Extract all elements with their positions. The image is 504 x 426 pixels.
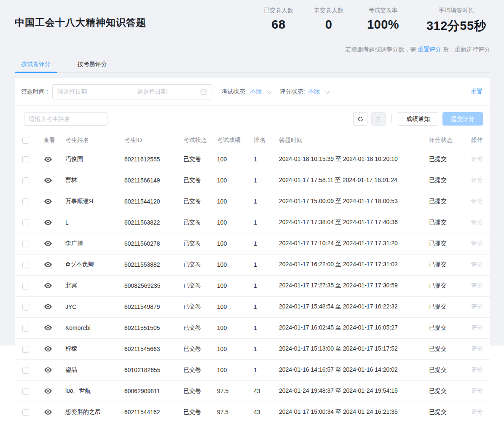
grade-action-link[interactable]: 评分 <box>471 282 483 289</box>
table-row: ✿ヅ不负卿 60211553882 已交卷 100 1 2024-01-17 1… <box>15 254 490 275</box>
reset-filters-button[interactable]: 重置 <box>471 88 483 96</box>
tab-grade-by-question[interactable]: 按考题评分 <box>71 59 113 73</box>
view-eye-icon[interactable] <box>43 407 53 417</box>
student-name: 冯俊国 <box>65 149 124 170</box>
answer-time: 2024-01-17 16:22:00 至 2024-01-17 17:31:0… <box>279 254 429 275</box>
answer-time: 2024-01-17 15:13:00 至 2024-01-17 15:17:5… <box>279 338 429 359</box>
toolbar-actions: 成绩通知 提交评分 <box>353 112 483 126</box>
grade-status: 已提交 <box>429 275 467 296</box>
grade-action-link[interactable]: 评分 <box>471 345 483 352</box>
rank: 1 <box>254 191 279 212</box>
stat-label: 平均填答时长 <box>423 7 490 14</box>
view-eye-icon[interactable] <box>43 197 53 206</box>
view-eye-icon[interactable] <box>43 365 53 375</box>
exam-score: 100 <box>217 275 254 296</box>
grade-action-link[interactable]: 评分 <box>471 240 483 246</box>
exam-score: 100 <box>217 338 254 359</box>
date-start-input[interactable]: 请选择日期 <box>58 88 121 96</box>
student-id: 60211549879 <box>124 296 183 317</box>
delete-button[interactable] <box>371 112 386 126</box>
grade-status-select[interactable]: 不限 <box>308 88 320 96</box>
student-id: 60211566149 <box>124 170 183 191</box>
exam-status: 已交卷 <box>183 338 217 359</box>
stat-value: 68 <box>261 18 296 32</box>
answer-time: 2024-01-24 19:48:37 至 2024-01-24 19:54:1… <box>279 380 429 402</box>
grade-status: 已提交 <box>429 359 467 380</box>
table-row: L 60211563822 已交卷 100 1 2024-01-17 17:38… <box>15 212 490 233</box>
answer-time: 2024-01-18 10:15:39 至 2024-01-18 10:20:1… <box>279 149 429 170</box>
grade-status: 已提交 <box>429 380 467 402</box>
row-checkbox[interactable] <box>22 198 29 205</box>
search-input[interactable] <box>29 115 105 122</box>
grade-status-label: 评分状态: <box>280 88 305 96</box>
grade-action-link[interactable]: 评分 <box>471 303 483 310</box>
student-id: 60211544162 <box>124 402 183 423</box>
grade-status: 已提交 <box>429 317 467 338</box>
date-end-input[interactable]: 请选择日期 <box>137 88 200 96</box>
row-checkbox[interactable] <box>22 156 29 163</box>
view-eye-icon[interactable] <box>43 344 53 354</box>
reset-score-link[interactable]: 重置评分 <box>418 46 441 53</box>
row-checkbox[interactable] <box>22 346 29 353</box>
row-checkbox[interactable] <box>22 367 29 374</box>
stat-submission-rate: 考试交卷率 100% <box>361 7 405 35</box>
select-all-checkbox[interactable] <box>22 137 29 144</box>
grade-action-link[interactable]: 评分 <box>471 155 483 162</box>
grade-status: 已提交 <box>429 402 467 423</box>
date-range-picker[interactable]: 请选择日期 - 请选择日期 <box>52 84 212 99</box>
grade-action-link[interactable]: 评分 <box>471 219 483 225</box>
table-row: luo、世航 60062909811 已交卷 97.5 43 2024-01-2… <box>15 380 490 402</box>
exam-score: 100 <box>217 170 254 191</box>
grade-action-link[interactable]: 评分 <box>471 408 483 415</box>
view-eye-icon[interactable] <box>43 323 53 332</box>
col-exam-score: 考试成绩 <box>217 132 254 149</box>
view-eye-icon[interactable] <box>43 281 53 290</box>
grade-action-link[interactable]: 评分 <box>471 261 483 268</box>
student-id: 60062909811 <box>124 380 183 402</box>
rank: 1 <box>254 149 279 170</box>
view-eye-icon[interactable] <box>43 386 53 396</box>
table-header-row: 查看 考生姓名 考生ID 考试状态 考试成绩 排名 答题时间 评分状态 操作 <box>15 132 490 149</box>
view-eye-icon[interactable] <box>43 302 53 311</box>
tab-grade-by-paper[interactable]: 按试卷评分 <box>15 59 57 73</box>
rank: 1 <box>254 296 279 317</box>
stat-submitted-count: 已交卷人数 68 <box>261 7 296 35</box>
exam-status-filter: 考试状态: 不限 <box>222 88 271 96</box>
view-eye-icon[interactable] <box>43 176 53 185</box>
exam-status: 已交卷 <box>183 317 217 338</box>
row-checkbox[interactable] <box>22 304 29 311</box>
date-separator: - <box>121 88 137 95</box>
student-id: 60211563822 <box>124 212 183 233</box>
row-checkbox[interactable] <box>22 262 29 268</box>
grade-status: 已提交 <box>429 254 467 275</box>
view-eye-icon[interactable] <box>43 239 53 248</box>
grade-action-link[interactable]: 评分 <box>471 324 483 331</box>
grade-action-link[interactable]: 评分 <box>471 366 483 373</box>
col-rank: 排名 <box>254 132 279 149</box>
grade-action-link[interactable]: 评分 <box>471 198 483 204</box>
note-suffix: 后，重新进行评分 <box>441 46 490 53</box>
row-checkbox[interactable] <box>22 325 29 332</box>
chevron-down-icon[interactable] <box>267 88 271 93</box>
score-notify-button[interactable]: 成绩通知 <box>398 112 438 126</box>
table-row: 李广清 60211560278 已交卷 100 1 2024-01-17 17:… <box>15 233 490 254</box>
filter-row: 答题时间 : 请选择日期 - 请选择日期 考试状态: 不限 评分状态: 不限 重… <box>15 78 490 106</box>
calendar-icon <box>200 88 207 95</box>
row-checkbox[interactable] <box>22 388 29 395</box>
row-checkbox[interactable] <box>22 241 29 247</box>
refresh-icon <box>357 116 364 122</box>
exam-status-select[interactable]: 不限 <box>250 88 262 96</box>
grade-action-link[interactable]: 评分 <box>471 387 483 394</box>
view-eye-icon[interactable] <box>43 260 53 269</box>
view-eye-icon[interactable] <box>43 218 53 227</box>
row-checkbox[interactable] <box>22 409 29 416</box>
row-checkbox[interactable] <box>22 220 29 226</box>
grade-action-link[interactable]: 评分 <box>471 177 483 183</box>
row-checkbox[interactable] <box>22 283 29 289</box>
submit-grading-button[interactable]: 提交评分 <box>442 112 483 126</box>
grade-status: 已提交 <box>429 212 467 233</box>
row-checkbox[interactable] <box>22 177 29 184</box>
view-eye-icon[interactable] <box>43 155 53 164</box>
refresh-button[interactable] <box>353 112 367 126</box>
chevron-down-icon[interactable] <box>325 88 330 93</box>
